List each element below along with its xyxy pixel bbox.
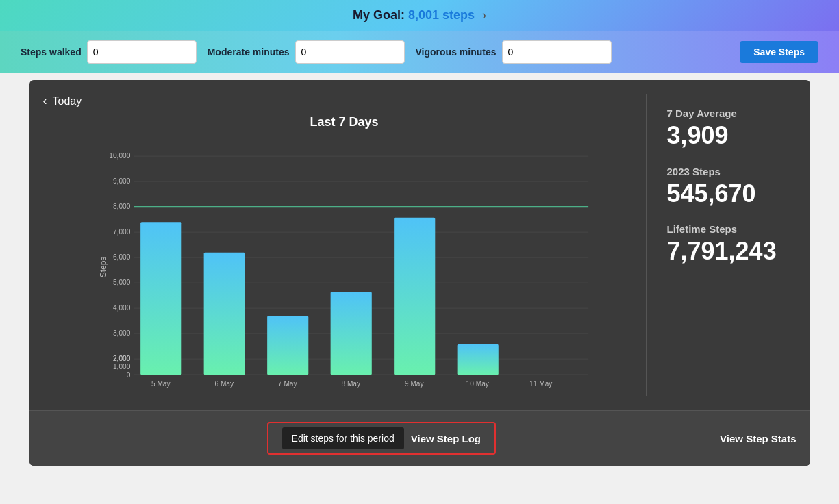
svg-text:8,000: 8,000 xyxy=(112,203,130,210)
svg-text:5,000: 5,000 xyxy=(112,279,130,286)
bar-chart: 10,000 9,000 8,000 7,000 6,000 5,000 4,0… xyxy=(43,140,646,396)
moderate-minutes-input[interactable] xyxy=(295,40,405,64)
svg-rect-26 xyxy=(203,253,245,375)
svg-rect-32 xyxy=(394,218,435,375)
svg-text:0: 0 xyxy=(126,371,130,379)
svg-text:1,000: 1,000 xyxy=(112,363,130,370)
goal-value: 8,001 steps xyxy=(408,8,475,22)
chart-nav: ‹ Today xyxy=(43,94,646,108)
goal-chevron-icon[interactable]: › xyxy=(482,8,486,22)
vigorous-minutes-group: Vigorous minutes xyxy=(416,40,612,64)
year-stat: 2023 Steps 545,670 xyxy=(667,166,783,207)
back-arrow-icon[interactable]: ‹ xyxy=(43,94,47,108)
svg-text:8 May: 8 May xyxy=(341,380,361,388)
edit-steps-button[interactable]: Edit steps for this period xyxy=(282,427,404,449)
save-steps-button[interactable]: Save Steps xyxy=(740,41,818,63)
year-label: 2023 Steps xyxy=(667,166,783,177)
today-label: Today xyxy=(53,95,82,108)
bottom-highlight: Edit steps for this period View Step Log xyxy=(267,422,496,455)
avg-value: 3,909 xyxy=(667,122,783,149)
moderate-minutes-label: Moderate minutes xyxy=(208,47,290,58)
chart-area: ‹ Today Last 7 Days 10,000 9,000 8,000 xyxy=(43,94,646,396)
steps-input-bar: Steps walked Moderate minutes Vigorous m… xyxy=(0,31,839,73)
lifetime-label: Lifetime Steps xyxy=(667,223,783,235)
goal-label: My Goal: xyxy=(353,8,405,22)
avg-stat: 7 Day Average 3,909 xyxy=(667,108,783,149)
svg-rect-30 xyxy=(330,292,371,375)
lifetime-value: 7,791,243 xyxy=(667,238,783,265)
view-step-stats-button[interactable]: View Step Stats xyxy=(720,433,796,444)
svg-text:9 May: 9 May xyxy=(404,380,424,388)
steps-walked-group: Steps walked xyxy=(21,40,197,64)
view-step-log-button[interactable]: View Step Log xyxy=(411,433,481,444)
svg-text:10 May: 10 May xyxy=(466,380,489,388)
svg-rect-24 xyxy=(140,222,181,375)
svg-text:Steps: Steps xyxy=(99,257,108,278)
svg-rect-28 xyxy=(267,316,308,375)
bottom-bar: Edit steps for this period View Step Log… xyxy=(29,410,810,466)
vigorous-minutes-input[interactable] xyxy=(502,40,612,64)
stats-panel: 7 Day Average 3,909 2023 Steps 545,670 L… xyxy=(646,94,797,396)
svg-text:4,000: 4,000 xyxy=(112,304,130,312)
svg-rect-34 xyxy=(457,344,498,375)
svg-text:11 May: 11 May xyxy=(529,380,553,388)
svg-text:7 May: 7 May xyxy=(277,380,297,388)
svg-text:9,000: 9,000 xyxy=(112,177,130,185)
svg-text:6,000: 6,000 xyxy=(112,253,130,261)
svg-text:3,000: 3,000 xyxy=(112,329,130,337)
main-container: ‹ Today Last 7 Days 10,000 9,000 8,000 xyxy=(29,80,810,466)
chart-section: ‹ Today Last 7 Days 10,000 9,000 8,000 xyxy=(29,80,810,410)
vigorous-minutes-label: Vigorous minutes xyxy=(416,47,497,58)
avg-label: 7 Day Average xyxy=(667,108,783,119)
svg-text:10,000: 10,000 xyxy=(109,152,130,160)
moderate-minutes-group: Moderate minutes xyxy=(208,40,405,64)
svg-text:2,000: 2,000 xyxy=(112,355,130,362)
lifetime-stat: Lifetime Steps 7,791,243 xyxy=(667,223,783,265)
svg-text:6 May: 6 May xyxy=(214,380,234,388)
goal-bar: My Goal: 8,001 steps › xyxy=(0,0,839,31)
goal-text: My Goal: 8,001 steps › xyxy=(353,8,486,22)
svg-text:7,000: 7,000 xyxy=(112,228,130,236)
steps-walked-input[interactable] xyxy=(87,40,197,64)
svg-text:5 May: 5 May xyxy=(151,380,171,388)
chart-title: Last 7 Days xyxy=(43,115,646,129)
year-value: 545,670 xyxy=(667,180,783,207)
steps-walked-label: Steps walked xyxy=(21,47,82,58)
bottom-center: Edit steps for this period View Step Log xyxy=(43,422,721,455)
